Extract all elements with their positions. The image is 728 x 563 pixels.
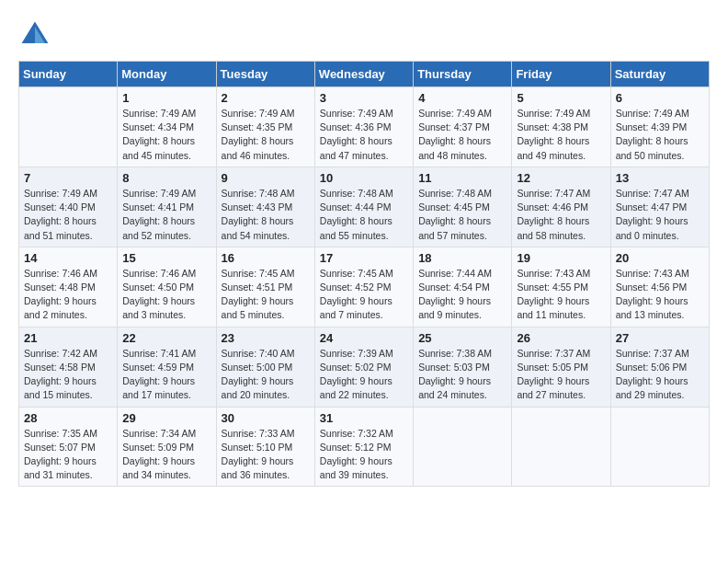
cell-details: Sunrise: 7:45 AMSunset: 4:51 PMDaylight:…	[222, 267, 310, 323]
cell-details: Sunrise: 7:48 AMSunset: 4:43 PMDaylight:…	[222, 187, 310, 243]
calendar-cell: 18Sunrise: 7:44 AMSunset: 4:54 PMDayligh…	[414, 247, 512, 327]
calendar-cell: 1Sunrise: 7:49 AMSunset: 4:34 PMDaylight…	[118, 87, 216, 167]
cell-details: Sunrise: 7:37 AMSunset: 5:06 PMDaylight:…	[616, 347, 704, 403]
day-number: 2	[222, 91, 310, 105]
day-number: 30	[222, 411, 310, 425]
day-number: 29	[122, 411, 210, 425]
calendar-cell: 31Sunrise: 7:32 AMSunset: 5:12 PMDayligh…	[314, 407, 413, 487]
cell-details: Sunrise: 7:34 AMSunset: 5:09 PMDaylight:…	[122, 427, 210, 483]
day-number: 31	[320, 411, 408, 425]
cell-details: Sunrise: 7:49 AMSunset: 4:34 PMDaylight:…	[122, 107, 210, 163]
calendar-cell: 2Sunrise: 7:49 AMSunset: 4:35 PMDaylight…	[216, 87, 314, 167]
cell-details: Sunrise: 7:47 AMSunset: 4:47 PMDaylight:…	[616, 187, 704, 243]
calendar-cell	[512, 407, 610, 487]
cell-details: Sunrise: 7:35 AMSunset: 5:07 PMDaylight:…	[24, 427, 112, 483]
cell-details: Sunrise: 7:48 AMSunset: 4:44 PMDaylight:…	[320, 187, 408, 243]
cell-details: Sunrise: 7:47 AMSunset: 4:46 PMDaylight:…	[517, 187, 605, 243]
calendar-cell: 5Sunrise: 7:49 AMSunset: 4:38 PMDaylight…	[512, 87, 610, 167]
cell-details: Sunrise: 7:44 AMSunset: 4:54 PMDaylight:…	[418, 267, 506, 323]
calendar-cell: 9Sunrise: 7:48 AMSunset: 4:43 PMDaylight…	[216, 167, 314, 247]
day-number: 21	[24, 331, 112, 345]
cell-details: Sunrise: 7:39 AMSunset: 5:02 PMDaylight:…	[320, 347, 408, 403]
day-number: 28	[24, 411, 112, 425]
week-row-3: 14Sunrise: 7:46 AMSunset: 4:48 PMDayligh…	[19, 247, 710, 327]
cell-details: Sunrise: 7:33 AMSunset: 5:10 PMDaylight:…	[222, 427, 310, 483]
cell-details: Sunrise: 7:49 AMSunset: 4:40 PMDaylight:…	[24, 187, 112, 243]
day-number: 18	[418, 251, 506, 265]
day-number: 25	[418, 331, 506, 345]
header-cell-friday: Friday	[512, 62, 610, 87]
calendar-cell: 13Sunrise: 7:47 AMSunset: 4:47 PMDayligh…	[610, 167, 709, 247]
cell-details: Sunrise: 7:45 AMSunset: 4:52 PMDaylight:…	[320, 267, 408, 323]
day-number: 23	[222, 331, 310, 345]
calendar-cell: 28Sunrise: 7:35 AMSunset: 5:07 PMDayligh…	[19, 407, 118, 487]
cell-details: Sunrise: 7:37 AMSunset: 5:05 PMDaylight:…	[517, 347, 605, 403]
calendar-cell: 14Sunrise: 7:46 AMSunset: 4:48 PMDayligh…	[19, 247, 118, 327]
day-number: 24	[320, 331, 408, 345]
calendar-cell: 8Sunrise: 7:49 AMSunset: 4:41 PMDaylight…	[118, 167, 216, 247]
day-number: 26	[517, 331, 605, 345]
cell-details: Sunrise: 7:49 AMSunset: 4:35 PMDaylight:…	[222, 107, 310, 163]
day-number: 13	[616, 171, 704, 185]
day-number: 1	[122, 91, 210, 105]
cell-details: Sunrise: 7:49 AMSunset: 4:39 PMDaylight:…	[616, 107, 704, 163]
cell-details: Sunrise: 7:49 AMSunset: 4:38 PMDaylight:…	[517, 107, 605, 163]
day-number: 11	[418, 171, 506, 185]
header-cell-saturday: Saturday	[610, 62, 709, 87]
calendar-cell: 16Sunrise: 7:45 AMSunset: 4:51 PMDayligh…	[216, 247, 314, 327]
header-cell-wednesday: Wednesday	[314, 62, 413, 87]
calendar-cell: 20Sunrise: 7:43 AMSunset: 4:56 PMDayligh…	[610, 247, 709, 327]
cell-details: Sunrise: 7:38 AMSunset: 5:03 PMDaylight:…	[418, 347, 506, 403]
calendar-cell: 21Sunrise: 7:42 AMSunset: 4:58 PMDayligh…	[19, 327, 118, 407]
cell-details: Sunrise: 7:48 AMSunset: 4:45 PMDaylight:…	[418, 187, 506, 243]
cell-details: Sunrise: 7:43 AMSunset: 4:56 PMDaylight:…	[616, 267, 704, 323]
calendar-cell: 23Sunrise: 7:40 AMSunset: 5:00 PMDayligh…	[216, 327, 314, 407]
cell-details: Sunrise: 7:43 AMSunset: 4:55 PMDaylight:…	[517, 267, 605, 323]
cell-details: Sunrise: 7:40 AMSunset: 5:00 PMDaylight:…	[222, 347, 310, 403]
day-number: 19	[517, 251, 605, 265]
calendar-cell: 29Sunrise: 7:34 AMSunset: 5:09 PMDayligh…	[118, 407, 216, 487]
calendar-cell: 22Sunrise: 7:41 AMSunset: 4:59 PMDayligh…	[118, 327, 216, 407]
day-number: 16	[222, 251, 310, 265]
day-number: 17	[320, 251, 408, 265]
calendar-cell: 3Sunrise: 7:49 AMSunset: 4:36 PMDaylight…	[314, 87, 413, 167]
cell-details: Sunrise: 7:49 AMSunset: 4:37 PMDaylight:…	[418, 107, 506, 163]
calendar-cell	[610, 407, 709, 487]
cell-details: Sunrise: 7:46 AMSunset: 4:48 PMDaylight:…	[24, 267, 112, 323]
day-number: 20	[616, 251, 704, 265]
header-cell-monday: Monday	[118, 62, 216, 87]
header-cell-thursday: Thursday	[414, 62, 512, 87]
day-number: 15	[122, 251, 210, 265]
cell-details: Sunrise: 7:42 AMSunset: 4:58 PMDaylight:…	[24, 347, 112, 403]
day-number: 3	[320, 91, 408, 105]
calendar-cell: 10Sunrise: 7:48 AMSunset: 4:44 PMDayligh…	[314, 167, 413, 247]
calendar-cell: 17Sunrise: 7:45 AMSunset: 4:52 PMDayligh…	[314, 247, 413, 327]
calendar-cell: 6Sunrise: 7:49 AMSunset: 4:39 PMDaylight…	[610, 87, 709, 167]
cell-details: Sunrise: 7:46 AMSunset: 4:50 PMDaylight:…	[122, 267, 210, 323]
cell-details: Sunrise: 7:49 AMSunset: 4:36 PMDaylight:…	[320, 107, 408, 163]
day-number: 10	[320, 171, 408, 185]
calendar-cell: 11Sunrise: 7:48 AMSunset: 4:45 PMDayligh…	[414, 167, 512, 247]
week-row-4: 21Sunrise: 7:42 AMSunset: 4:58 PMDayligh…	[19, 327, 710, 407]
day-number: 8	[122, 171, 210, 185]
calendar-cell: 12Sunrise: 7:47 AMSunset: 4:46 PMDayligh…	[512, 167, 610, 247]
day-number: 7	[24, 171, 112, 185]
calendar-cell: 30Sunrise: 7:33 AMSunset: 5:10 PMDayligh…	[216, 407, 314, 487]
week-row-5: 28Sunrise: 7:35 AMSunset: 5:07 PMDayligh…	[19, 407, 710, 487]
day-number: 14	[24, 251, 112, 265]
calendar-table: SundayMondayTuesdayWednesdayThursdayFrid…	[18, 61, 710, 487]
calendar-cell: 25Sunrise: 7:38 AMSunset: 5:03 PMDayligh…	[414, 327, 512, 407]
calendar-cell	[414, 407, 512, 487]
cell-details: Sunrise: 7:41 AMSunset: 4:59 PMDaylight:…	[122, 347, 210, 403]
week-row-2: 7Sunrise: 7:49 AMSunset: 4:40 PMDaylight…	[19, 167, 710, 247]
calendar-cell: 4Sunrise: 7:49 AMSunset: 4:37 PMDaylight…	[414, 87, 512, 167]
logo	[18, 18, 57, 52]
day-number: 9	[222, 171, 310, 185]
day-number: 27	[616, 331, 704, 345]
calendar-cell: 19Sunrise: 7:43 AMSunset: 4:55 PMDayligh…	[512, 247, 610, 327]
logo-icon	[18, 18, 51, 52]
cell-details: Sunrise: 7:49 AMSunset: 4:41 PMDaylight:…	[122, 187, 210, 243]
calendar-cell: 24Sunrise: 7:39 AMSunset: 5:02 PMDayligh…	[314, 327, 413, 407]
header-cell-tuesday: Tuesday	[216, 62, 314, 87]
day-number: 22	[122, 331, 210, 345]
